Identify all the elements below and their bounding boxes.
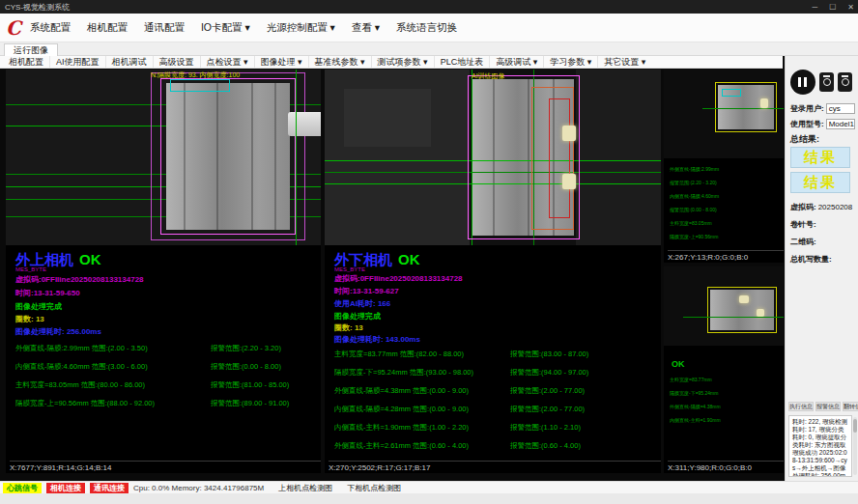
cpu-memory-readout: Cpu: 0.0% Memory: 3424.41796875M [133, 484, 264, 492]
pixel-coords-readout: X:270;Y:2502;R:17;G:17;B:17 [329, 461, 661, 473]
overlay-text: AI训练图像 [472, 71, 505, 81]
thumb-text-line: 隔膜宽度-上=90.56mm [670, 234, 718, 239]
tool-advanced-debug[interactable]: 高级调试 ▾ [496, 56, 544, 69]
camera-link-badge: 相机连接 [46, 483, 85, 493]
camera-name-label: 外上相机 [15, 251, 73, 267]
tool-other-settings[interactable]: 其它设置 ▾ [604, 56, 651, 69]
result-indicator-1: 结果 [790, 147, 850, 168]
overlay-measure-box [722, 89, 741, 97]
log-tabs: 执行信息 报警信息 翻转信息 [788, 402, 852, 411]
log-tab-alarm[interactable]: 报警信息 [815, 402, 841, 411]
result-text: 结果 [804, 149, 837, 167]
tool-plc-table[interactable]: PLC地址表 [441, 56, 491, 69]
tool-camera-config[interactable]: 相机配置 [9, 56, 50, 69]
measurement-row: 隔膜宽度-上=90.56mm 范围:(88.00 - 92.00) 报警范围:(… [15, 399, 317, 408]
tool-spot-check[interactable]: 点检设置 ▾ [207, 56, 255, 69]
mes-label: MES_BYTE [334, 266, 365, 272]
tool-baseline-params[interactable]: 基准线参数 ▾ [315, 56, 372, 69]
alarm-range: 报警范围:(2.20 - 3.20) [211, 344, 281, 353]
menu-comm-config[interactable]: 通讯配置 [144, 21, 185, 35]
login-user-field: 登录用户: cys [790, 102, 855, 114]
measurement-row: 隔膜宽度-下=95.24mm 范围:(93.00 - 98.00) 报警范围:(… [334, 368, 657, 378]
login-user-label: 登录用户: [790, 103, 824, 114]
overlay-measure-box [170, 79, 230, 92]
thumb-image-bottom[interactable] [664, 266, 784, 346]
alarm-range: 报警范围:(89.00 - 91.00) [211, 399, 289, 408]
lower-camera-check-link[interactable]: 下相机点检测图 [347, 483, 401, 493]
barcode-line: 虚拟码:0FFIIine20250208133134728 [15, 274, 144, 285]
measurement-row: 主料宽度=83.77mm 范围:(82.00 - 88.00) 报警范围:(83… [334, 350, 657, 359]
log-tab-exec[interactable]: 执行信息 [788, 402, 814, 411]
camera-panel-outer-lower[interactable]: AI训练图像 外下相机OK MES_BYTE 虚拟码:0FFIIine20250… [325, 70, 661, 473]
measure-value: 主料宽度=83.05mm 范围:(80.00 - 86.00) [15, 380, 145, 389]
measure-value: 内侧直线-隔膜=4.28mm 范围:(0.00 - 9.00) [334, 405, 469, 413]
status-ok-label: OK [79, 251, 101, 267]
needle-row: 卷针号: [790, 218, 855, 230]
minimize-button[interactable]: ─ [812, 3, 817, 12]
alarm-range: 报警范围:(2.00 - 77.00) [510, 386, 585, 396]
process-done-line: 图像处理完成 [15, 301, 62, 312]
qr-label: 二维码: [790, 237, 816, 247]
tab-strip: 运行图像 [0, 42, 858, 56]
camera-snapshot-button[interactable] [819, 72, 834, 92]
camera-view-button[interactable] [838, 72, 852, 92]
login-user-input[interactable]: cys [826, 103, 855, 114]
menu-camera-config[interactable]: 相机配置 [87, 21, 128, 35]
pixel-coords-readout: X:311;Y:980;R:0;G:0;B:0 [668, 461, 784, 473]
log-scrollbar[interactable] [853, 417, 857, 475]
tool-advanced-settings[interactable]: 高级设置 [159, 56, 201, 69]
highlight-spot [562, 126, 576, 141]
menu-view[interactable]: 查看 ▾ [352, 21, 380, 35]
upper-camera-check-link[interactable]: 上相机点检测图 [278, 483, 332, 493]
comm-link-badge: 通讯连接 [90, 483, 129, 493]
menu-system-config[interactable]: 系统配置 [30, 21, 71, 35]
needle-label: 卷针号: [790, 219, 816, 230]
alarm-range: 报警范围:(2.00 - 77.00) [510, 405, 585, 414]
status-ok-label: OK [398, 251, 420, 267]
menu-light-config[interactable]: 光源控制配置 ▾ [267, 21, 335, 35]
vcode-value: 20250208 [818, 203, 853, 211]
time-line: 时间:13-31-59-627 [334, 286, 399, 296]
menu-io-config[interactable]: IO卡配置 ▾ [201, 21, 250, 35]
close-button[interactable]: ✕ [847, 3, 854, 12]
tool-ai-config[interactable]: AI使用配置 [56, 56, 106, 69]
camera-image-outer-lower[interactable]: AI训练图像 [325, 70, 661, 245]
title-bar: CYS-视觉检测系统 ─ ☐ ✕ [0, 0, 858, 14]
window-controls: ─ ☐ ✕ [812, 0, 854, 14]
process-done-line: 图像处理完成 [334, 311, 381, 322]
log-textarea[interactable]: 耗时: 222, 瑕疵检测耗时: 17, 瑕疵分类耗时: 0, 瑕疵提取分类耗时… [788, 415, 852, 477]
thumb-text-line: 内侧直线-隔膜:4.60mm [670, 193, 719, 199]
measure-value: 外侧直线-隔膜:2.99mm 范围:(2.00 - 3.50) [15, 344, 148, 352]
measure-value: 外侧直线-隔膜=4.38mm 范围:(0.00 - 9.00) [334, 386, 469, 395]
model-input[interactable]: Model1 [826, 119, 855, 129]
tool-test-params[interactable]: 测试项参数 ▾ [378, 56, 435, 69]
maximize-button[interactable]: ☐ [829, 3, 836, 12]
tool-camera-debug[interactable]: 相机调试 [112, 56, 154, 69]
thumb-text-line: 外侧直线-隔膜:2.99mm [670, 166, 719, 172]
camera-panel-outer-upper[interactable]: N:隔膜宽度: 93. 内侧宽度:100 外上相机OK MES_BYTE 虚拟码… [6, 70, 321, 473]
window-title: CYS-视觉检测系统 [5, 2, 70, 13]
alarm-range: 报警范围:(94.00 - 97.00) [510, 368, 588, 378]
thumb-panel-bottom[interactable]: OK 主料宽度=83.77mm 隔膜宽度-下=95.24mm 外侧直线-隔膜=4… [664, 266, 784, 473]
overlay-line [296, 70, 297, 245]
measure-value: 外侧直线-主料=2.61mm 范围:(0.60 - 4.00) [334, 441, 469, 450]
thumb-text-line: 主料宽度=83.05mm [670, 220, 712, 226]
tool-image-process[interactable]: 图像处理 ▾ [261, 56, 309, 69]
total-result-label: 总结果: [790, 133, 819, 146]
thumb-image-top[interactable] [664, 70, 784, 158]
model-label: 使用型号: [790, 119, 824, 129]
write-count-row: 总机写数量: [790, 253, 855, 265]
measurement-row: 主料宽度=83.05mm 范围:(80.00 - 86.00) 报警范围:(81… [15, 380, 317, 390]
measurement-row: 内侧直线-主料=1.90mm 范围:(1.00 - 2.20) 报警范围:(1.… [334, 423, 657, 433]
camera-image-outer-upper[interactable]: N:隔膜宽度: 93. 内侧宽度:100 [6, 70, 321, 245]
pause-button[interactable] [790, 70, 815, 95]
tool-learn-params[interactable]: 学习参数 ▾ [550, 56, 598, 69]
qr-row: 二维码: [790, 236, 855, 247]
log-tab-flip[interactable]: 翻转信息 [843, 402, 858, 411]
elapsed-line: 图像处理耗时: 143.00ms [334, 334, 420, 345]
loop-count-line: 圈数: 13 [15, 314, 44, 324]
alarm-range: 报警范围:(0.60 - 4.00) [510, 441, 581, 451]
menu-language-switch[interactable]: 系统语言切换 [396, 21, 457, 35]
result-indicator-2: 结果 [790, 172, 850, 193]
thumb-panel-top[interactable]: 外侧直线-隔膜:2.99mm 报警范围:(2.20 - 3.20) 内侧直线-隔… [664, 70, 784, 263]
